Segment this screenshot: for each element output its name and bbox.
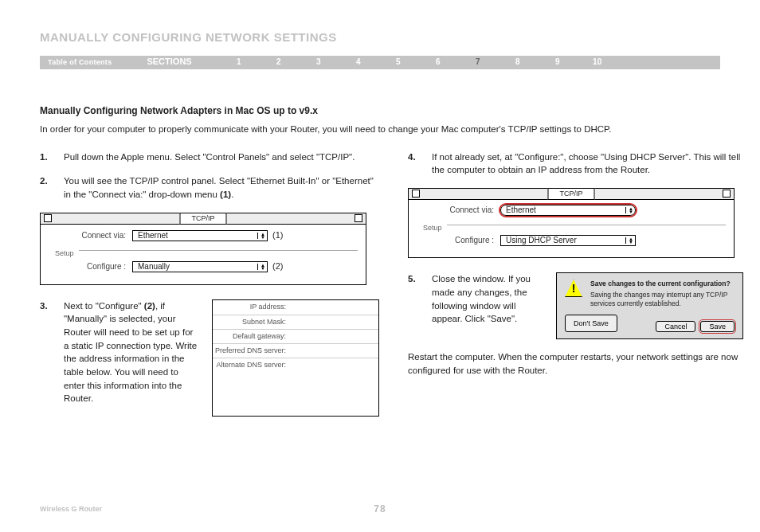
nav-num-9[interactable]: 9 [538, 57, 578, 68]
nav-num-5[interactable]: 5 [378, 57, 418, 68]
step-number: 3. [40, 299, 64, 405]
step-1: 1. Pull down the Apple menu. Select "Con… [40, 151, 379, 164]
dialog-message-1: Save changes to the current configuratio… [590, 280, 735, 288]
step-text-part: You will see the TCP/IP control panel. S… [64, 176, 374, 199]
window-close-icon[interactable] [44, 214, 52, 222]
step-text: Pull down the Apple menu. Select "Contro… [64, 151, 379, 164]
tcpip-window-2: TCP/IP Connect via: Ethernet ▲▼ Setup Co… [408, 188, 735, 258]
window-zoom-icon[interactable] [355, 214, 362, 222]
table-row: IP address: [213, 300, 378, 315]
footer-doc-name: Wireless G Router [40, 504, 102, 514]
step-5: 5. Close the window. If you made any cha… [408, 272, 543, 326]
dropdown-arrow-icon: ▲▼ [257, 264, 265, 270]
nav-bar: Table of Contents SECTIONS 1 2 3 4 5 6 7… [40, 56, 720, 69]
step-text-part: Next to "Configure" [64, 301, 144, 311]
field-marker: (1) [272, 229, 283, 242]
nav-num-8[interactable]: 8 [498, 57, 538, 68]
window-title: TCP/IP [547, 188, 594, 200]
footer-page-number: 78 [374, 503, 386, 516]
dialog-message-2: Saving the changes may interrupt any TCP… [590, 291, 735, 308]
connect-via-label: Connect via: [49, 230, 132, 242]
step-4: 4. If not already set, at "Configure:", … [408, 151, 743, 177]
step-number: 4. [408, 151, 432, 177]
step-number: 5. [408, 272, 432, 326]
step-text: If not already set, at "Configure:", cho… [432, 151, 743, 177]
step-text-part: , if "Manually" is selected, your Router… [64, 301, 197, 404]
dropdown-value: Ethernet [506, 205, 536, 217]
configure-dropdown[interactable]: Manually ▲▼ [132, 261, 268, 272]
setup-label: Setup [55, 248, 74, 259]
warning-icon: ! [565, 280, 582, 297]
configure-label: Configure : [49, 261, 132, 273]
table-row: Alternate DNS server: [213, 358, 378, 372]
setup-label: Setup [423, 223, 442, 233]
dropdown-value: Using DHCP Server [506, 235, 577, 247]
step-text: Close the window. If you made any change… [432, 272, 543, 326]
restart-text: Restart the computer. When the computer … [408, 350, 743, 377]
ip-address-table: IP address: Subnet Mask: Default gateway… [212, 299, 379, 417]
dropdown-arrow-icon: ▲▼ [257, 233, 265, 239]
step-3: 3. Next to "Configure" (2), if "Manually… [40, 299, 199, 405]
subheading: Manually Configuring Network Adapters in… [40, 104, 720, 118]
nav-num-2[interactable]: 2 [259, 57, 299, 68]
nav-num-10[interactable]: 10 [578, 57, 617, 68]
left-column: 1. Pull down the Apple menu. Select "Con… [40, 151, 379, 417]
step-text-part: . [231, 190, 233, 199]
dont-save-button[interactable]: Don't Save [565, 315, 617, 332]
dropdown-arrow-icon: ▲▼ [625, 207, 633, 213]
step-text: You will see the TCP/IP control panel. S… [64, 174, 379, 201]
nav-sections-label: SECTIONS [147, 56, 191, 68]
table-key: Alternate DNS server: [213, 360, 291, 370]
table-row: Preferred DNS server: [213, 343, 378, 358]
step-2: 2. You will see the TCP/IP control panel… [40, 174, 379, 201]
right-column: 4. If not already set, at "Configure:", … [408, 151, 743, 417]
dropdown-value: Ethernet [138, 230, 168, 242]
step-text-bold: (1) [220, 190, 231, 199]
save-dialog: ! Save changes to the current configurat… [556, 272, 743, 339]
nav-num-1[interactable]: 1 [219, 57, 259, 68]
window-close-icon[interactable] [412, 190, 420, 198]
table-key: IP address: [213, 302, 291, 312]
window-zoom-icon[interactable] [723, 190, 731, 198]
window-title: TCP/IP [179, 213, 226, 225]
configure-dropdown[interactable]: Using DHCP Server ▲▼ [500, 235, 636, 246]
table-key: Default gateway: [213, 331, 291, 342]
nav-num-3[interactable]: 3 [299, 57, 339, 68]
nav-toc[interactable]: Table of Contents [48, 57, 112, 68]
table-row: Subnet Mask: [213, 315, 378, 329]
save-button[interactable]: Save [700, 321, 735, 332]
nav-num-6[interactable]: 6 [418, 57, 458, 68]
page-footer: Wireless G Router 78 [0, 503, 760, 516]
step-text-bold: (2) [144, 301, 155, 311]
connect-via-dropdown-highlighted[interactable]: Ethernet ▲▼ [500, 205, 636, 216]
cancel-button[interactable]: Cancel [656, 321, 695, 332]
dropdown-value: Manually [138, 261, 170, 273]
nav-num-7[interactable]: 7 [458, 57, 498, 68]
step-number: 1. [40, 151, 64, 164]
dropdown-arrow-icon: ▲▼ [625, 237, 633, 244]
page-title: MANUALLY CONFIGURING NETWORK SETTINGS [40, 29, 720, 46]
connect-via-dropdown[interactable]: Ethernet ▲▼ [132, 230, 268, 241]
nav-numbers: 1 2 3 4 5 6 7 8 9 10 [219, 57, 617, 68]
table-key: Subnet Mask: [213, 317, 291, 327]
step-text: Next to "Configure" (2), if "Manually" i… [64, 299, 199, 405]
table-row: Default gateway: [213, 329, 378, 343]
nav-num-4[interactable]: 4 [339, 57, 378, 68]
step-number: 2. [40, 174, 64, 201]
tcpip-window-1: TCP/IP Connect via: Ethernet ▲▼ (1) Setu… [40, 213, 366, 285]
intro-paragraph: In order for your computer to properly c… [40, 123, 720, 136]
connect-via-label: Connect via: [417, 205, 500, 217]
configure-label: Configure : [417, 235, 500, 247]
table-key: Preferred DNS server: [213, 346, 291, 356]
field-marker: (2) [272, 260, 283, 273]
